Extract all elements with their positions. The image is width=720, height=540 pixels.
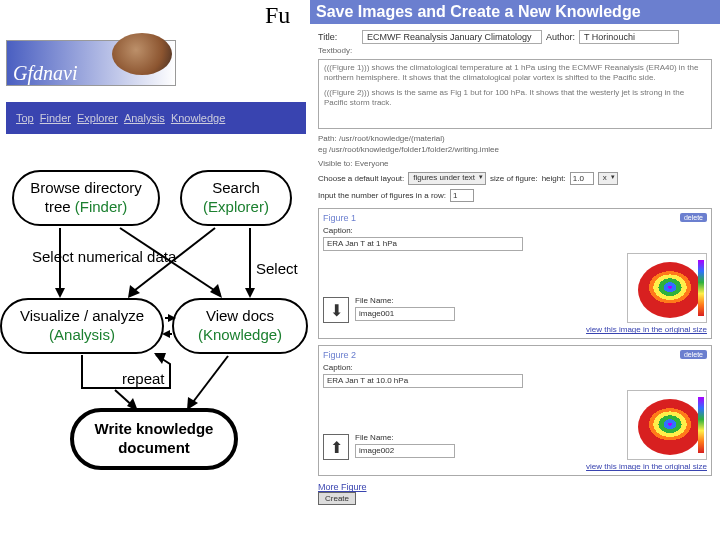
node-browse-l2b: (Finder) xyxy=(75,198,128,215)
height-input[interactable]: 1.0 xyxy=(570,172,594,185)
node-viewdocs: View docs (Knowledge) xyxy=(172,298,308,354)
figure-1-box: Figure 1 delete Caption: ERA Jan T at 1 … xyxy=(318,208,712,339)
author-label: Author: xyxy=(546,32,575,42)
path-example: eg /usr/root/knowledge/folder1/folder2/w… xyxy=(318,145,499,154)
page-title-fragment: Fu xyxy=(265,2,290,29)
label-select-numerical: Select numerical data xyxy=(32,248,176,265)
row-count-label: Input the number of figures in a row: xyxy=(318,191,446,200)
nav-knowledge[interactable]: Knowledge xyxy=(171,112,225,124)
svg-marker-12 xyxy=(154,353,166,364)
dialog-title: Save Images and Create a New Knowledge xyxy=(310,0,720,24)
textbody-p2: (((Figure 2))) shows is the same as Fig … xyxy=(324,88,706,109)
figure-1-thumbnail xyxy=(627,253,707,323)
node-viewdocs-l1: View docs xyxy=(174,307,306,326)
path-value: /usr/root/knowledge/(material) xyxy=(339,134,445,143)
figure-1-arrow-down-icon[interactable]: ⬇ xyxy=(323,297,349,323)
svg-marker-3 xyxy=(210,284,222,298)
globe-icon xyxy=(112,33,172,75)
svg-line-13 xyxy=(115,390,135,408)
nav-top[interactable]: Top xyxy=(16,112,34,124)
node-search-l2: (Explorer) xyxy=(182,198,290,217)
figure-2-delete-button[interactable]: delete xyxy=(680,350,707,359)
nav-explorer[interactable]: Explorer xyxy=(77,112,118,124)
nav-analysis[interactable]: Analysis xyxy=(124,112,165,124)
figure-2-caption-label: Caption: xyxy=(323,363,707,372)
title-label: Title: xyxy=(318,32,358,42)
figure-2-filename-input[interactable]: image002 xyxy=(355,444,455,458)
figure-1-caption-input[interactable]: ERA Jan T at 1 hPa xyxy=(323,237,523,251)
svg-marker-1 xyxy=(55,288,65,298)
node-visualize-l1: Visualize / analyze xyxy=(2,307,162,326)
figure-2-filename-label: File Name: xyxy=(355,433,455,442)
figure-2-box: Figure 2 delete Caption: ERA Jan T at 10… xyxy=(318,345,712,476)
layout-select[interactable]: figures under text xyxy=(408,172,486,185)
node-browse-l1: Browse directory xyxy=(14,179,158,198)
row-count-input[interactable]: 1 xyxy=(450,189,474,202)
label-repeat: repeat xyxy=(122,370,165,387)
visible-to: Visible to: Everyone xyxy=(318,159,712,168)
textbody-p1: (((Figure 1))) shows the climatological … xyxy=(324,63,706,84)
figure-1-caption-label: Caption: xyxy=(323,226,707,235)
node-write-l2: document xyxy=(74,439,234,458)
node-search-l1: Search xyxy=(182,179,290,198)
layout-label: Choose a default layout: xyxy=(318,174,404,183)
figure-1-filename-input[interactable]: image001 xyxy=(355,307,455,321)
figure-2-view-link[interactable]: view this image in the original size xyxy=(323,462,707,471)
nav-finder[interactable]: Finder xyxy=(40,112,71,124)
label-select: Select xyxy=(256,260,298,277)
figure-2-arrow-up-icon[interactable]: ⬆ xyxy=(323,434,349,460)
app-banner: Gfdnavi xyxy=(6,40,176,86)
more-figure-link[interactable]: More Figure xyxy=(318,482,367,492)
node-search: Search (Explorer) xyxy=(180,170,292,226)
node-browse: Browse directory tree (Finder) xyxy=(12,170,160,226)
size-label: size of figure: xyxy=(490,174,538,183)
author-input[interactable]: T Horinouchi xyxy=(579,30,679,44)
figure-1-title: Figure 1 xyxy=(323,213,707,223)
figure-2-title: Figure 2 xyxy=(323,350,707,360)
svg-marker-5 xyxy=(128,285,140,298)
figure-1-view-link[interactable]: view this image in the original size xyxy=(323,325,707,334)
x-select[interactable]: x xyxy=(598,172,618,185)
figure-1-delete-button[interactable]: delete xyxy=(680,213,707,222)
node-visualize-l2: (Analysis) xyxy=(2,326,162,345)
svg-marker-7 xyxy=(245,288,255,298)
title-input[interactable]: ECMWF Reanalysis January Climatology xyxy=(362,30,542,44)
node-viewdocs-l2: (Knowledge) xyxy=(174,326,306,345)
height-label: height: xyxy=(542,174,566,183)
node-write-l1: Write knowledge xyxy=(74,420,234,439)
node-write: Write knowledge document xyxy=(70,408,238,470)
textbody-textarea[interactable]: (((Figure 1))) shows the climatological … xyxy=(318,59,712,129)
figure-1-filename-label: File Name: xyxy=(355,296,455,305)
create-button[interactable]: Create xyxy=(318,492,356,505)
node-browse-l2a: tree xyxy=(45,198,75,215)
figure-2-caption-input[interactable]: ERA Jan T at 10.0 hPa xyxy=(323,374,523,388)
nav-bar: Top Finder Explorer Analysis Knowledge xyxy=(6,102,306,134)
svg-line-15 xyxy=(190,356,228,406)
node-visualize: Visualize / analyze (Analysis) xyxy=(0,298,164,354)
textbody-label: Textbody: xyxy=(318,46,712,55)
app-name: Gfdnavi xyxy=(13,62,77,85)
path-label: Path: xyxy=(318,134,337,143)
figure-2-thumbnail xyxy=(627,390,707,460)
